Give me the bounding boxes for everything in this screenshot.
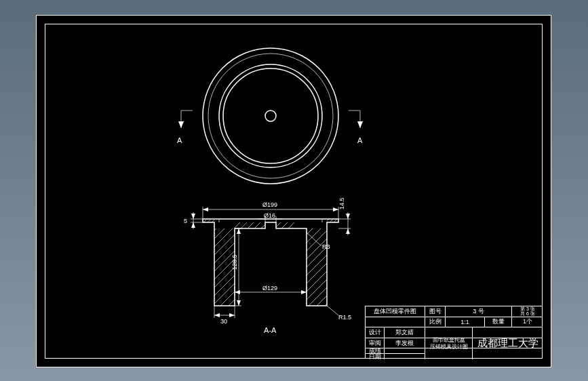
svg-marker-64	[333, 207, 338, 212]
svg-line-13	[196, 172, 257, 233]
svg-line-42	[284, 285, 345, 346]
svg-line-58	[277, 192, 318, 233]
tb-qty: 1个	[512, 317, 543, 327]
svg-line-20	[196, 228, 257, 289]
svg-line-37	[284, 245, 345, 306]
tb-check-lbl: 审阅	[366, 338, 385, 348]
svg-line-35	[284, 228, 345, 289]
svg-line-34	[284, 220, 345, 281]
svg-line-31	[284, 196, 345, 257]
section-arrow-right: A	[349, 111, 363, 144]
svg-line-16	[196, 196, 257, 257]
svg-line-39	[284, 261, 345, 322]
svg-point-4	[265, 111, 276, 121]
dim-d16: Ø16	[264, 212, 275, 219]
svg-marker-73	[191, 214, 195, 219]
svg-line-36	[284, 237, 345, 298]
tb-date-lbl: 日期	[366, 354, 385, 359]
svg-point-3	[223, 68, 318, 163]
drawing-sheet: A A	[36, 15, 551, 367]
tb-design-lbl: 设计	[366, 327, 385, 338]
svg-marker-87	[235, 290, 240, 294]
tb-qty-lbl: 数量	[485, 317, 512, 327]
svg-line-94	[327, 306, 338, 315]
svg-line-18	[196, 212, 257, 273]
svg-marker-93	[229, 313, 235, 317]
svg-point-1	[208, 54, 333, 178]
svg-line-40	[284, 269, 345, 330]
top-view: A A	[177, 48, 363, 184]
svg-marker-82	[237, 228, 241, 234]
svg-line-23	[196, 253, 257, 314]
tb-design: 郑文婧	[385, 327, 425, 338]
tb-proj2: 压铸模具设计图	[430, 344, 468, 350]
svg-line-46	[208, 199, 235, 226]
tb-class-lbl: 成绩	[366, 348, 385, 354]
svg-marker-63	[203, 207, 208, 212]
section-arrow-left: A	[177, 111, 193, 144]
svg-line-22	[196, 245, 257, 306]
svg-line-15	[196, 188, 257, 249]
svg-line-55	[257, 192, 298, 233]
svg-marker-6	[178, 121, 184, 128]
dim-r3: R3	[322, 243, 330, 250]
svg-marker-88	[301, 290, 307, 294]
dim-t14_5: 14.5	[338, 197, 345, 209]
tb-check: 李发根	[385, 338, 425, 348]
svg-line-41	[284, 277, 345, 338]
svg-line-44	[200, 199, 227, 226]
svg-line-59	[284, 192, 325, 233]
tb-scale-lbl: 比例	[425, 317, 446, 327]
svg-line-19	[196, 220, 257, 281]
svg-marker-68	[346, 214, 350, 219]
svg-line-26	[196, 277, 257, 338]
svg-point-2	[219, 64, 322, 167]
svg-line-78	[307, 233, 321, 246]
svg-line-48	[322, 199, 349, 226]
section-label: A-A	[264, 326, 277, 334]
tb-sheet1: 第 3 张	[520, 306, 535, 311]
tb-sheet2: 共 6 张	[520, 311, 535, 316]
svg-marker-74	[191, 222, 195, 228]
section-view: Ø199 14.5 5 Ø16 R3	[184, 172, 357, 346]
title-block: 盘体凹模零件图 图号 3 号 第 3 张 共 6 张 比例 1:1 数量 1个 …	[365, 306, 543, 359]
tb-proj1: 面巾纸盒托盘	[433, 337, 465, 344]
dim-h128_5: 128.5	[231, 254, 238, 270]
svg-marker-69	[346, 228, 350, 234]
svg-line-27	[196, 285, 257, 346]
svg-line-45	[204, 199, 231, 226]
svg-line-57	[271, 192, 311, 233]
dim-t5: 5	[184, 218, 187, 224]
dim-d129: Ø129	[262, 285, 277, 292]
svg-line-17	[196, 204, 257, 265]
dim-w30: 30	[220, 318, 227, 325]
svg-line-33	[284, 212, 345, 273]
tb-org: 成都理工大学	[473, 327, 543, 359]
section-letter-left: A	[177, 136, 182, 144]
tb-drwno: 3 号	[446, 306, 512, 317]
tb-partname: 盘体凹模零件图	[366, 306, 425, 317]
svg-marker-92	[214, 313, 220, 317]
section-letter-right: A	[357, 136, 363, 144]
dim-r1_5: R1.5	[338, 314, 351, 321]
svg-line-32	[284, 204, 345, 265]
svg-marker-83	[237, 300, 241, 306]
svg-line-38	[284, 253, 345, 314]
tb-drwno-lbl: 图号	[425, 306, 446, 317]
svg-line-24	[196, 261, 257, 322]
dim-d199: Ø199	[262, 201, 277, 208]
svg-line-21	[196, 237, 257, 298]
tb-scale: 1:1	[446, 317, 485, 327]
svg-marker-9	[357, 121, 363, 128]
